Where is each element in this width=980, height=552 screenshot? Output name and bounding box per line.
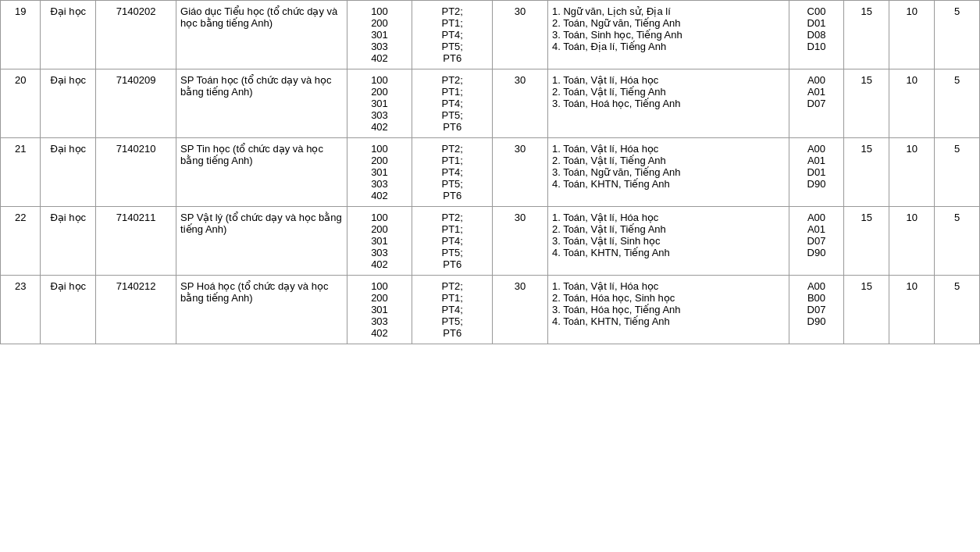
cell-to-hop: 1. Toán, Vật lí, Hóa học2. Toán, Vật lí,… <box>547 69 789 138</box>
cell-c2: 10 <box>889 69 935 138</box>
cell-stt: 21 <box>1 138 41 207</box>
cell-ma: 7140202 <box>96 1 176 69</box>
cell-ten: SP Vật lý (tổ chức dạy và học bằng tiếng… <box>176 207 347 276</box>
table-row: 23Đại học7140212SP Hoá học (tổ chức dạy … <box>1 276 980 344</box>
cell-ma: 7140209 <box>96 69 176 138</box>
cell-to-hop: 1. Ngữ văn, Lịch sử, Địa lí2. Toán, Ngữ … <box>547 1 789 69</box>
cell-chi-tieu: 100200301303402 <box>347 138 412 207</box>
cell-chi-tieu-2: 30 <box>493 207 548 276</box>
cell-ten: SP Toán học (tổ chức dạy và học bằng tiế… <box>176 69 347 138</box>
cell-loai: Đại học <box>41 138 96 207</box>
cell-ma-to-hop: C00D01D08D10 <box>789 1 844 69</box>
cell-c2: 10 <box>889 138 935 207</box>
cell-ma-to-hop: A00A01D01D90 <box>789 138 844 207</box>
cell-ma-to-hop: A00B00D07D90 <box>789 276 844 344</box>
cell-ma-to-hop: A00A01D07 <box>789 69 844 138</box>
cell-stt: 20 <box>1 69 41 138</box>
cell-c2: 10 <box>889 276 935 344</box>
cell-stt: 22 <box>1 207 41 276</box>
cell-chi-tieu: 100200301303402 <box>347 69 412 138</box>
cell-loai: Đại học <box>41 1 96 69</box>
cell-c3: 5 <box>935 69 980 138</box>
cell-ten: Giáo dục Tiểu học (tổ chức dạy và học bằ… <box>176 1 347 69</box>
cell-phuong-thuc: PT2;PT1;PT4;PT5;PT6 <box>412 69 493 138</box>
cell-ma: 7140212 <box>96 276 176 344</box>
cell-phuong-thuc: PT2;PT1;PT4;PT5;PT6 <box>412 1 493 69</box>
cell-loai: Đại học <box>41 276 96 344</box>
cell-c2: 10 <box>889 207 935 276</box>
cell-c3: 5 <box>935 1 980 69</box>
cell-c1: 15 <box>844 69 889 138</box>
cell-chi-tieu-2: 30 <box>493 138 548 207</box>
cell-ma: 7140211 <box>96 207 176 276</box>
cell-c1: 15 <box>844 1 889 69</box>
cell-c1: 15 <box>844 207 889 276</box>
cell-c3: 5 <box>935 276 980 344</box>
table-row: 22Đại học7140211SP Vật lý (tổ chức dạy v… <box>1 207 980 276</box>
cell-chi-tieu-2: 30 <box>493 276 548 344</box>
cell-chi-tieu: 100200301303402 <box>347 276 412 344</box>
cell-loai: Đại học <box>41 207 96 276</box>
cell-phuong-thuc: PT2;PT1;PT4;PT5;PT6 <box>412 276 493 344</box>
cell-ten: SP Tin học (tổ chức dạy và học bằng tiến… <box>176 138 347 207</box>
cell-to-hop: 1. Toán, Vật lí, Hóa học2. Toán, Vật lí,… <box>547 138 789 207</box>
cell-phuong-thuc: PT2;PT1;PT4;PT5;PT6 <box>412 207 493 276</box>
table-row: 21Đại học7140210SP Tin học (tổ chức dạy … <box>1 138 980 207</box>
cell-chi-tieu: 100200301303402 <box>347 1 412 69</box>
table-row: 20Đại học7140209SP Toán học (tổ chức dạy… <box>1 69 980 138</box>
cell-to-hop: 1. Toán, Vật lí, Hóa học2. Toán, Hóa học… <box>547 276 789 344</box>
cell-stt: 23 <box>1 276 41 344</box>
cell-to-hop: 1. Toán, Vật lí, Hóa học2. Toán, Vật lí,… <box>547 207 789 276</box>
cell-c3: 5 <box>935 207 980 276</box>
cell-c2: 10 <box>889 1 935 69</box>
cell-stt: 19 <box>1 1 41 69</box>
cell-phuong-thuc: PT2;PT1;PT4;PT5;PT6 <box>412 138 493 207</box>
cell-c1: 15 <box>844 276 889 344</box>
cell-c1: 15 <box>844 138 889 207</box>
cell-ten: SP Hoá học (tổ chức dạy và học bằng tiến… <box>176 276 347 344</box>
table-row: 19Đại học7140202Giáo dục Tiểu học (tổ ch… <box>1 1 980 69</box>
cell-ma-to-hop: A00A01D07D90 <box>789 207 844 276</box>
cell-ma: 7140210 <box>96 138 176 207</box>
cell-loai: Đại học <box>41 69 96 138</box>
main-table: 19Đại học7140202Giáo dục Tiểu học (tổ ch… <box>0 0 980 344</box>
cell-c3: 5 <box>935 138 980 207</box>
cell-chi-tieu-2: 30 <box>493 1 548 69</box>
cell-chi-tieu: 100200301303402 <box>347 207 412 276</box>
cell-chi-tieu-2: 30 <box>493 69 548 138</box>
